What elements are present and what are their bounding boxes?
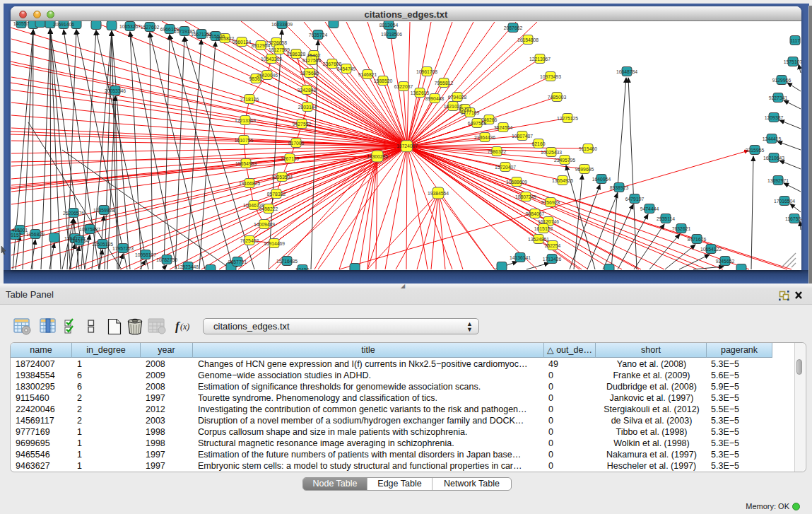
- svg-text:18724007: 18724007: [396, 144, 418, 148]
- svg-text:19166825: 19166825: [239, 181, 260, 186]
- svg-text:7485003: 7485003: [548, 95, 567, 100]
- svg-text:1362615: 1362615: [411, 90, 430, 95]
- svg-text:7663822: 7663822: [216, 36, 235, 41]
- svg-text:3875685: 3875685: [300, 71, 319, 76]
- svg-text:8578332: 8578332: [267, 192, 286, 197]
- svg-text:1588520: 1588520: [374, 78, 393, 83]
- svg-text:18807249: 18807249: [515, 194, 536, 199]
- svg-text:15720407: 15720407: [495, 165, 516, 170]
- svg-text:16648784: 16648784: [616, 69, 637, 74]
- svg-text:9657791: 9657791: [228, 259, 247, 264]
- svg-text:12213369: 12213369: [235, 118, 256, 123]
- svg-text:17359928: 17359928: [93, 208, 114, 213]
- svg-text:6479197: 6479197: [625, 197, 645, 201]
- svg-text:12923448: 12923448: [177, 264, 199, 269]
- svg-text:7632621: 7632621: [672, 226, 691, 231]
- svg-text:19384554: 19384554: [428, 191, 449, 196]
- svg-text:9777169: 9777169: [461, 110, 480, 115]
- svg-text:10807487: 10807487: [512, 134, 533, 139]
- svg-text:26206576: 26206576: [63, 211, 84, 216]
- svg-text:13692971: 13692971: [767, 178, 789, 183]
- svg-text:13524851: 13524851: [528, 237, 549, 242]
- svg-text:1117: 1117: [790, 38, 800, 43]
- svg-text:5498222: 5498222: [259, 206, 278, 211]
- svg-text:1575107: 1575107: [784, 59, 801, 64]
- svg-text:10973493: 10973493: [540, 74, 561, 79]
- svg-text:12505135: 12505135: [92, 242, 113, 247]
- svg-text:14009489: 14009489: [254, 222, 275, 227]
- svg-text:16782759: 16782759: [156, 257, 177, 262]
- svg-text:8990448: 8990448: [425, 96, 445, 101]
- svg-text:15462: 15462: [307, 53, 321, 58]
- svg-text:140557: 140557: [13, 21, 30, 26]
- svg-text:10975887: 10975887: [79, 227, 100, 232]
- svg-text:8813054: 8813054: [379, 23, 399, 28]
- svg-text:9146821: 9146821: [358, 72, 377, 77]
- svg-text:10543362: 10543362: [261, 57, 282, 62]
- svg-text:16154808: 16154808: [517, 37, 539, 42]
- svg-text:23495795: 23495795: [554, 158, 575, 163]
- svg-text:21364436: 21364436: [474, 135, 495, 140]
- svg-text:2803144: 2803144: [298, 105, 317, 110]
- svg-text:7625402: 7625402: [240, 238, 259, 243]
- svg-text:2718126: 2718126: [240, 97, 259, 102]
- svg-text:1145134: 1145134: [70, 238, 88, 243]
- svg-text:8186328: 8186328: [287, 52, 306, 57]
- svg-text:8215955: 8215955: [746, 148, 765, 153]
- svg-text:14136141: 14136141: [510, 255, 531, 260]
- svg-text:817006: 817006: [288, 141, 305, 146]
- svg-text:1167534: 1167534: [785, 216, 801, 221]
- svg-text:17957223: 17957223: [112, 246, 134, 251]
- svg-text:1527602: 1527602: [141, 25, 160, 30]
- svg-text:1615152: 1615152: [534, 226, 553, 231]
- svg-text:10653267: 10653267: [119, 24, 141, 29]
- svg-text:19218506: 19218506: [381, 32, 402, 37]
- svg-text:10654122: 10654122: [700, 247, 722, 252]
- svg-text:1713426: 1713426: [543, 257, 562, 262]
- svg-text:9242848: 9242848: [298, 88, 317, 93]
- svg-text:16120746: 16120746: [538, 219, 559, 224]
- svg-text:7986322: 7986322: [488, 149, 507, 154]
- svg-text:10961768: 10961768: [416, 69, 437, 74]
- svg-text:8471676: 8471676: [688, 237, 707, 242]
- svg-text:9084067: 9084067: [526, 211, 545, 216]
- svg-text:252254: 252254: [545, 243, 561, 248]
- svg-text:6497568: 6497568: [468, 121, 487, 126]
- svg-text:8938923: 8938923: [610, 185, 629, 190]
- svg-text:2935114: 2935114: [657, 216, 675, 221]
- svg-text:16914469: 16914469: [264, 241, 285, 246]
- svg-text:2087662: 2087662: [504, 25, 523, 30]
- svg-text:7635724: 7635724: [309, 33, 328, 37]
- svg-text:9756928: 9756928: [541, 200, 560, 205]
- svg-text:39157: 39157: [11, 233, 22, 238]
- svg-text:12213967: 12213967: [529, 57, 551, 62]
- svg-text:3624554: 3624554: [494, 125, 513, 130]
- svg-text:1156829: 1156829: [26, 232, 45, 237]
- svg-text:9115460: 9115460: [579, 146, 597, 151]
- svg-text:6322037: 6322037: [394, 84, 413, 89]
- svg-text:10688609: 10688609: [506, 180, 527, 185]
- svg-text:10025433: 10025433: [541, 150, 562, 155]
- svg-text:1610755: 1610755: [235, 138, 254, 143]
- svg-text:20691406: 20691406: [53, 22, 74, 27]
- svg-text:62160: 62160: [532, 141, 546, 146]
- svg-text:9660124: 9660124: [233, 40, 252, 45]
- svg-text:9127505: 9127505: [302, 58, 322, 63]
- svg-text:92450: 92450: [296, 267, 310, 271]
- svg-text:9129966: 9129966: [772, 78, 792, 83]
- svg-text:1209387: 1209387: [765, 115, 784, 120]
- svg-text:1640954: 1640954: [592, 177, 611, 182]
- svg-text:1244415: 1244415: [763, 136, 782, 141]
- svg-text:7955812: 7955812: [435, 81, 454, 86]
- svg-text:13654925: 13654925: [552, 178, 573, 183]
- svg-text:10958107: 10958107: [135, 252, 156, 257]
- svg-text:3267110: 3267110: [281, 156, 299, 161]
- svg-text:9474444: 9474444: [640, 206, 659, 211]
- svg-text:18300295: 18300295: [367, 154, 388, 159]
- svg-text:9427552: 9427552: [293, 122, 312, 127]
- svg-text:13226058: 13226058: [266, 40, 287, 45]
- svg-text:9699695: 9699695: [575, 167, 594, 172]
- svg-text:19654983: 19654983: [235, 161, 257, 166]
- svg-text:12275125: 12275125: [557, 116, 578, 121]
- svg-text:12353594: 12353594: [271, 175, 293, 180]
